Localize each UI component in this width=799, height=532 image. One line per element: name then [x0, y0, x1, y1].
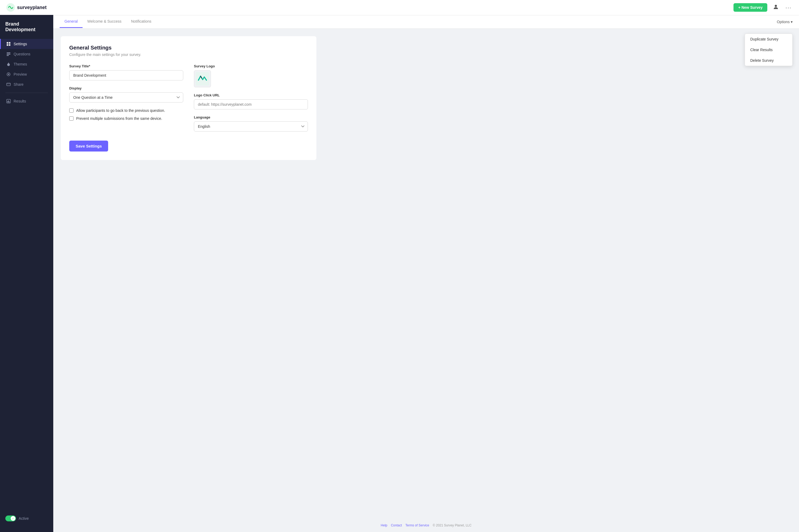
sidebar-item-themes[interactable]: Themes — [0, 59, 53, 69]
display-group: Display One Question at a Time All at On… — [69, 86, 183, 102]
checkbox-group-1: Allow participants to go back to the pre… — [69, 108, 183, 113]
toggle-knob: ✓ — [11, 516, 16, 521]
svg-rect-13 — [7, 83, 11, 86]
svg-rect-8 — [7, 55, 9, 56]
sidebar: Brand Development Settings Questions The… — [0, 15, 53, 532]
sidebar-item-preview[interactable]: Preview — [0, 69, 53, 79]
svg-marker-10 — [8, 62, 9, 64]
footer-contact-link[interactable]: Contact — [391, 524, 402, 527]
footer-help-link[interactable]: Help — [381, 524, 387, 527]
toggle-check-icon: ✓ — [12, 517, 14, 520]
main-content: General Welcome & Success Notifications … — [53, 15, 799, 532]
preview-icon — [6, 72, 11, 77]
sidebar-item-share-label: Share — [14, 82, 23, 87]
topnav-right: + New Survey ··· — [734, 3, 793, 13]
form-col-left: Survey Title* Display One Question at a … — [69, 64, 183, 137]
survey-title-group: Survey Title* — [69, 64, 183, 80]
svg-rect-16 — [8, 100, 9, 102]
sidebar-item-share[interactable]: Share — [0, 79, 53, 90]
language-group: Language English Spanish French — [194, 115, 308, 132]
svg-rect-5 — [9, 44, 11, 46]
form-row: Survey Title* Display One Question at a … — [69, 64, 308, 137]
sidebar-divider — [5, 93, 48, 93]
svg-rect-7 — [7, 54, 11, 55]
survey-logo-image — [196, 72, 209, 86]
more-options-button[interactable]: ··· — [784, 3, 793, 12]
dropdown-delete[interactable]: Delete Survey — [745, 55, 792, 66]
settings-title: General Settings — [69, 45, 308, 51]
dots-icon: ··· — [785, 4, 792, 11]
settings-card: General Settings Configure the main sett… — [61, 36, 317, 160]
settings-subtitle: Configure the main settings for your sur… — [69, 53, 308, 57]
logo-click-url-group: Logo Click URL — [194, 93, 308, 110]
allow-back-checkbox[interactable] — [69, 108, 74, 113]
svg-rect-15 — [7, 101, 8, 102]
logo-click-url-label: Logo Click URL — [194, 93, 308, 97]
logo-upload-box[interactable] — [194, 70, 211, 87]
dropdown-duplicate[interactable]: Duplicate Survey — [745, 34, 792, 44]
language-label: Language — [194, 115, 308, 119]
tab-notifications[interactable]: Notifications — [126, 16, 156, 28]
new-survey-button[interactable]: + New Survey — [734, 3, 767, 12]
settings-icon — [6, 41, 11, 46]
themes-icon — [6, 62, 11, 66]
logo-click-url-input[interactable] — [194, 99, 308, 110]
options-dropdown: Duplicate Survey Clear Results Delete Su… — [745, 34, 793, 66]
prevent-multiple-checkbox[interactable] — [69, 116, 74, 121]
options-label: Options ▾ — [777, 20, 793, 24]
sidebar-item-questions-label: Questions — [14, 52, 30, 56]
share-icon — [6, 82, 11, 87]
sidebar-item-preview-label: Preview — [14, 72, 27, 76]
svg-point-12 — [8, 74, 9, 75]
results-icon — [6, 99, 11, 103]
survey-logo-group: Survey Logo — [194, 64, 308, 87]
display-select[interactable]: One Question at a Time All at Once — [69, 92, 183, 102]
logo-area: surveyplanet — [6, 3, 734, 12]
sidebar-nav: Settings Questions Themes Preview — [0, 39, 53, 511]
svg-point-9 — [7, 63, 10, 66]
footer-terms-link[interactable]: Terms of Service — [405, 524, 429, 527]
active-toggle[interactable]: ✓ — [5, 515, 16, 521]
sidebar-item-questions[interactable]: Questions — [0, 49, 53, 59]
survey-logo-label: Survey Logo — [194, 64, 308, 68]
app-layout: Brand Development Settings Questions The… — [0, 15, 799, 532]
options-button[interactable]: Options ▾ — [777, 20, 793, 24]
svg-rect-4 — [7, 44, 8, 46]
topnav: surveyplanet + New Survey ··· — [0, 0, 799, 15]
sidebar-item-settings-label: Settings — [14, 42, 27, 46]
logo-text: surveyplanet — [17, 5, 46, 11]
footer: Help Contact Terms of Service © 2021 Sur… — [53, 519, 799, 532]
tab-welcome[interactable]: Welcome & Success — [82, 16, 126, 28]
survey-title-label: Survey Title* — [69, 64, 183, 68]
footer-copyright: © 2021 Survey Planet, LLC — [433, 524, 472, 527]
sidebar-item-results[interactable]: Results — [0, 96, 53, 106]
svg-rect-2 — [7, 42, 8, 44]
sidebar-survey-title: Brand Development — [0, 21, 53, 39]
allow-back-label[interactable]: Allow participants to go back to the pre… — [76, 108, 165, 113]
sidebar-item-results-label: Results — [14, 99, 26, 103]
checkbox-group-2: Prevent multiple submissions from the sa… — [69, 116, 183, 121]
tab-general[interactable]: General — [60, 16, 82, 28]
active-status-label: Active — [19, 516, 29, 520]
tabs-bar: General Welcome & Success Notifications … — [53, 15, 799, 29]
language-select[interactable]: English Spanish French — [194, 121, 308, 132]
svg-rect-6 — [7, 53, 11, 53]
save-settings-button[interactable]: Save Settings — [69, 140, 108, 152]
form-col-right: Survey Logo Logo Click — [194, 64, 308, 137]
prevent-multiple-label[interactable]: Prevent multiple submissions from the sa… — [76, 116, 162, 121]
sidebar-bottom: ✓ Active — [0, 511, 53, 526]
dropdown-clear[interactable]: Clear Results — [745, 44, 792, 55]
questions-icon — [6, 52, 11, 56]
display-label: Display — [69, 86, 183, 90]
user-icon — [773, 4, 779, 10]
tabs-list: General Welcome & Success Notifications — [60, 16, 777, 28]
content-area: General Settings Configure the main sett… — [53, 29, 799, 519]
surveyplanet-logo-icon — [6, 3, 15, 12]
svg-rect-3 — [9, 42, 11, 44]
user-icon-button[interactable] — [772, 3, 780, 13]
svg-rect-17 — [9, 101, 9, 102]
survey-title-input[interactable] — [69, 70, 183, 80]
sidebar-item-themes-label: Themes — [14, 62, 27, 66]
sidebar-item-settings[interactable]: Settings — [0, 39, 53, 49]
svg-point-1 — [775, 5, 777, 7]
